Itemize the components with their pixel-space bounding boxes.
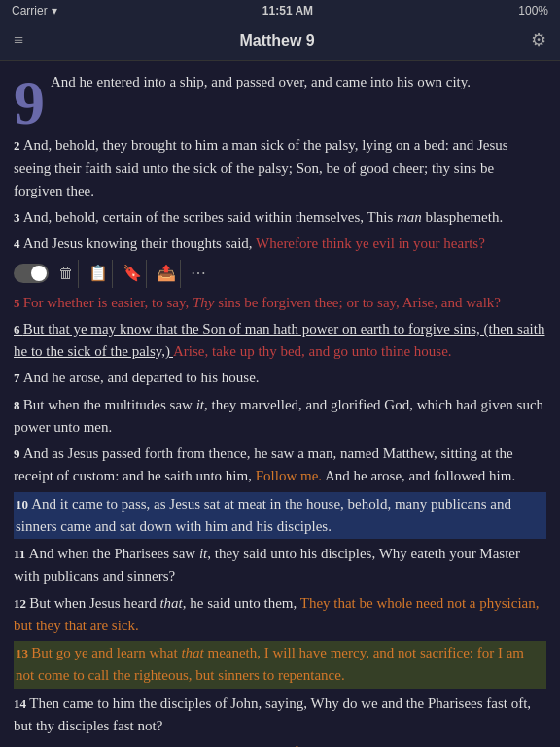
status-time: 11:51 AM xyxy=(262,2,313,20)
verse-9: 9 And as Jesus passed forth from thence,… xyxy=(14,443,546,488)
verse-11: 11 And when the Pharisees saw it, they s… xyxy=(14,543,546,588)
verse-1: 9 And he entered into a ship, and passed… xyxy=(14,71,546,131)
verse-7: 7 And he arose, and departed to his hous… xyxy=(14,367,546,389)
toggle-button[interactable] xyxy=(14,264,49,283)
verse-13: 13 But go ye and learn what that meaneth… xyxy=(14,641,546,689)
chapter-number: 9 xyxy=(14,75,45,131)
verse-4: 4 And Jesus knowing their thoughts said,… xyxy=(14,232,546,287)
status-left: Carrier ▾ xyxy=(12,2,57,20)
content-area: 9 And he entered into a ship, and passed… xyxy=(0,61,560,747)
verse-2: 2 And, behold, they brought to him a man… xyxy=(14,134,546,202)
verse-1-text: And he entered into a ship, and passed o… xyxy=(51,74,471,89)
toolbar-copy-icon[interactable]: 📋 xyxy=(85,260,113,288)
toolbar-share-icon[interactable]: 📤 xyxy=(153,260,181,288)
verse-3: 3 And, behold, certain of the scribes sa… xyxy=(14,206,546,229)
toolbar-delete-icon[interactable]: 🗑 xyxy=(54,260,79,288)
toolbar-more-icon[interactable]: ⋯ xyxy=(187,260,210,288)
verse-6: 6 But that ye may know that the Son of m… xyxy=(14,318,546,364)
verse-toolbar[interactable]: 🗑 📋 🔖 📤 ⋯ xyxy=(14,260,546,288)
settings-icon[interactable]: ⚙ xyxy=(531,27,546,54)
battery-label: 100% xyxy=(518,2,548,20)
signal-icon: ▾ xyxy=(52,2,57,20)
verse-5: 5 For whether is easier, to say, Thy sin… xyxy=(14,292,546,314)
nav-title: Matthew 9 xyxy=(239,29,314,53)
nav-bar: ≡ Matthew 9 ⚙ xyxy=(0,21,560,61)
toolbar-bookmark-icon[interactable]: 🔖 xyxy=(119,260,147,288)
verse-12: 12 But when Jesus heard that, he said un… xyxy=(14,592,546,638)
verse-8: 8 But when the multitudes saw it, they m… xyxy=(14,394,546,440)
status-bar: Carrier ▾ 11:51 AM 100% xyxy=(0,0,560,21)
verse-15: 15 And Jesus said unto them, Can the chi… xyxy=(14,741,546,747)
menu-icon[interactable]: ≡ xyxy=(14,27,23,54)
status-right: 100% xyxy=(518,2,548,20)
carrier-label: Carrier xyxy=(12,2,48,20)
verse-10: 10 And it came to pass, as Jesus sat at … xyxy=(14,492,546,540)
verse-14: 14 Then came to him the disciples of Joh… xyxy=(14,693,546,738)
